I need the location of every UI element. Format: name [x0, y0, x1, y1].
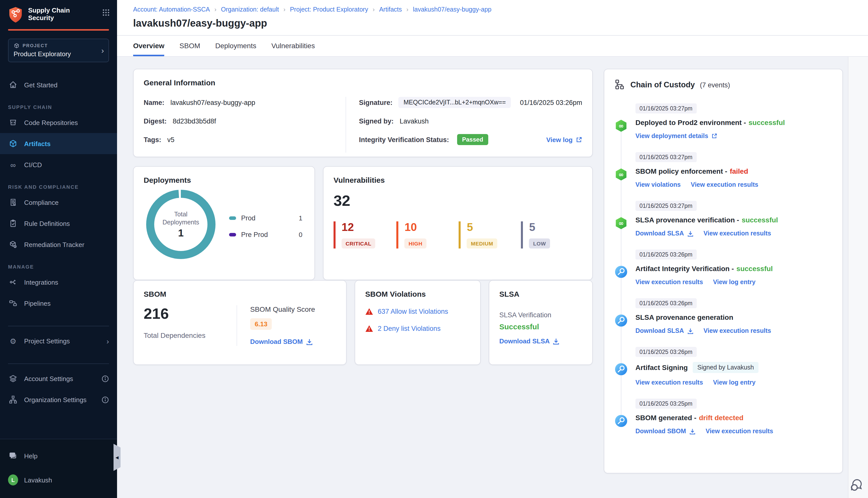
sidebar-nav: Get Started SUPPLY CHAIN Code Repositori…	[0, 74, 117, 410]
sidebar-divider	[8, 364, 109, 364]
custody-event: 01/16/2025 03:26pm Artifact Integrity Ve…	[614, 249, 832, 286]
sidebar-item-pipelines[interactable]: Pipelines	[0, 293, 117, 314]
sidebar-divider	[8, 326, 109, 326]
tab-vulnerabilities[interactable]: Vulnerabilities	[271, 36, 315, 56]
view-deployment-details-link[interactable]: View deployment details	[635, 132, 717, 140]
vulnerabilities-card: Vulnerabilities 32 12 CRITICAL 10 HIGH	[323, 166, 593, 280]
view-execution-results-link[interactable]: View execution results	[635, 279, 703, 286]
artifact-tags: v5	[167, 136, 174, 143]
slsa-verification-label: SLSA Verification	[499, 311, 582, 319]
digest-label: Digest:	[144, 117, 167, 125]
legend-item-pre-prod: Pre Prod 0	[229, 231, 302, 238]
chain-of-custody-card: Chain of Custody (7 events) 01/16/2025 0…	[604, 69, 843, 473]
scan-circle-icon	[614, 314, 628, 327]
total-dependencies-label: Total Dependencies	[144, 331, 237, 339]
scan-circle-icon	[614, 363, 628, 376]
signed-by-chip: Signed by Lavakush	[693, 362, 758, 373]
download-icon	[306, 338, 313, 345]
page-title: lavakush07/easy-buggy-app	[133, 17, 856, 29]
breadcrumb-artifacts[interactable]: Artifacts	[379, 6, 402, 13]
cicd-infinity-icon: ∞	[8, 161, 18, 168]
content: General Information Name:lavakush07/easy…	[117, 57, 848, 498]
home-icon	[8, 80, 18, 89]
svg-text:?: ?	[12, 453, 13, 457]
allow-list-violations-row: 637 Allow list Violations	[365, 308, 470, 315]
warning-triangle-icon	[365, 325, 373, 332]
account-layers-icon	[8, 374, 18, 383]
sidebar-item-get-started[interactable]: Get Started	[0, 74, 117, 95]
severity-high: 10 HIGH	[397, 221, 438, 249]
code-repository-icon	[8, 118, 18, 127]
deployments-card: Deployments Total Deployments	[133, 166, 315, 280]
sidebar-item-rule-definitions[interactable]: Rule Definitions	[0, 213, 117, 234]
integrations-icon	[8, 278, 18, 287]
download-sbom-link[interactable]: Download SBOM	[635, 428, 696, 435]
breadcrumb-project[interactable]: Project: Product Exploratory	[290, 6, 368, 13]
sidebar-item-artifacts[interactable]: Artifacts	[0, 133, 117, 154]
view-log-entry-link[interactable]: View log entry	[713, 279, 755, 286]
breadcrumb-current[interactable]: lavakush07/easy-buggy-app	[413, 6, 492, 13]
download-slsa-link[interactable]: Download SLSA	[499, 337, 560, 345]
sidebar-section-manage: MANAGE	[8, 264, 109, 270]
sidebar-item-compliance[interactable]: Compliance	[0, 192, 117, 213]
view-log-entry-link[interactable]: View log entry	[713, 379, 755, 386]
download-sbom-link[interactable]: Download SBOM	[250, 338, 313, 345]
download-slsa-link[interactable]: Download SLSA	[635, 327, 694, 335]
download-slsa-link[interactable]: Download SLSA	[635, 230, 694, 237]
scan-circle-icon	[614, 414, 628, 428]
download-icon	[689, 428, 696, 434]
chevron-right-icon: ›	[106, 337, 109, 345]
app-title: Supply Chain Security	[28, 6, 102, 22]
sidebar-item-code-repositories[interactable]: Code Repositories	[0, 112, 117, 133]
tab-overview[interactable]: Overview	[133, 36, 165, 56]
view-execution-results-link[interactable]: View execution results	[691, 181, 758, 188]
breadcrumb-account[interactable]: Account: Automation-SSCA	[133, 6, 210, 13]
view-execution-results-link[interactable]: View execution results	[705, 428, 773, 435]
view-log-link[interactable]: View log	[546, 136, 582, 143]
view-violations-link[interactable]: View violations	[635, 181, 681, 188]
view-execution-results-link[interactable]: View execution results	[703, 327, 771, 335]
module-switcher-icon[interactable]	[102, 9, 110, 16]
view-execution-results-link[interactable]: View execution results	[635, 379, 703, 386]
right-rail	[848, 57, 868, 498]
sidebar-item-project-settings[interactable]: ⚙ Project Settings ›	[0, 330, 117, 351]
pipeline-hexagon-icon: ∞	[614, 168, 628, 181]
custody-event: 01/16/2025 03:26pm Artifact SigningSigne…	[614, 347, 832, 386]
organization-hierarchy-icon	[8, 395, 18, 404]
app-root: Supply Chain Security	[0, 0, 868, 498]
tab-sbom[interactable]: SBOM	[180, 36, 200, 56]
sidebar-collapse-handle[interactable]: ◀	[114, 444, 120, 471]
allow-list-violations-link[interactable]: 637 Allow list Violations	[378, 308, 448, 315]
sidebar-item-integrations[interactable]: Integrations	[0, 272, 117, 293]
sbom-quality-score-value: 6.13	[250, 318, 272, 330]
chain-of-custody-title: Chain of Custody	[631, 80, 695, 89]
sidebar-item-remediation-tracker[interactable]: Remediation Tracker	[0, 234, 117, 255]
sidebar-item-organization-settings[interactable]: Organization Settings	[0, 389, 117, 410]
custody-event: 01/16/2025 03:25pm SBOM generated -drift…	[614, 398, 832, 435]
sidebar-item-help[interactable]: ? Help	[0, 445, 117, 467]
sidebar-item-account-settings[interactable]: Account Settings	[0, 368, 117, 389]
download-icon	[687, 230, 694, 237]
tab-deployments[interactable]: Deployments	[215, 36, 256, 56]
breadcrumb-organization[interactable]: Organization: default	[221, 6, 279, 13]
scan-circle-icon	[614, 265, 628, 279]
tab-bar: Overview SBOM Deployments Vulnerabilitie…	[117, 36, 868, 57]
severity-medium: 5 MEDIUM	[459, 221, 500, 249]
custody-timeline: 01/16/2025 03:27pm ∞ Deployed to Prod2 e…	[614, 103, 832, 435]
name-label: Name:	[144, 99, 165, 106]
sbom-quality-score-label: SBOM Quality Score	[250, 305, 336, 313]
card-title: SBOM	[144, 290, 336, 298]
view-execution-results-link[interactable]: View execution results	[703, 230, 771, 237]
user-menu[interactable]: L Lavakush	[0, 469, 117, 490]
info-icon	[102, 375, 109, 382]
card-title: SLSA	[499, 290, 582, 298]
svg-text:∞: ∞	[619, 171, 624, 178]
project-selector[interactable]: PROJECT Product Exploratory ›	[8, 39, 109, 62]
feedback-chat-icon[interactable]	[851, 478, 866, 492]
deny-list-violations-link[interactable]: 2 Deny list Violations	[378, 325, 441, 332]
sidebar-item-cicd[interactable]: ∞ CI/CD	[0, 154, 117, 175]
status-badge: Passed	[457, 134, 488, 145]
event-timestamp: 01/16/2025 03:27pm	[635, 201, 697, 211]
legend-item-prod: Prod 1	[229, 214, 302, 222]
card-title: Deployments	[144, 176, 305, 184]
